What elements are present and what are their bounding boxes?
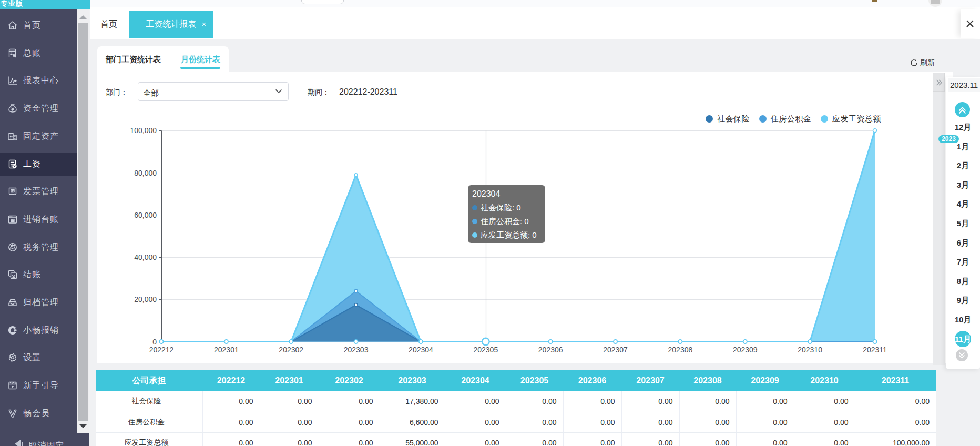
svg-text:40,000: 40,000	[134, 253, 157, 261]
svg-text:60,000: 60,000	[134, 211, 157, 219]
svg-text:202305: 202305	[473, 346, 498, 354]
svg-text:202310: 202310	[798, 346, 822, 354]
svg-text:202306: 202306	[538, 346, 563, 354]
svg-text:202212: 202212	[149, 346, 174, 354]
svg-text:20,000: 20,000	[134, 295, 157, 303]
svg-text:100,000: 100,000	[130, 126, 157, 135]
svg-text:202309: 202309	[733, 346, 758, 354]
svg-text:202301: 202301	[214, 346, 239, 354]
svg-text:202304: 202304	[409, 346, 433, 354]
svg-text:202302: 202302	[279, 346, 303, 354]
svg-text:202303: 202303	[344, 346, 369, 354]
svg-text:202308: 202308	[668, 346, 693, 354]
svg-text:202311: 202311	[863, 346, 887, 354]
svg-text:80,000: 80,000	[134, 169, 157, 177]
svg-text:0: 0	[152, 338, 157, 346]
svg-text:202307: 202307	[603, 346, 628, 354]
